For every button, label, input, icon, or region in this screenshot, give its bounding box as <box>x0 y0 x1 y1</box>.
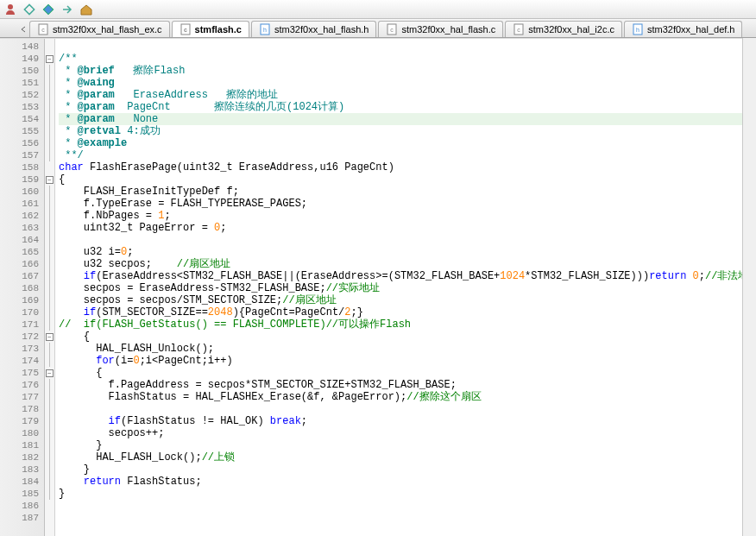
svg-rect-2 <box>43 4 53 14</box>
code-line[interactable]: { <box>59 173 756 186</box>
code-line[interactable]: * @param PageCnt 擦除连续的几页(1024计算) <box>59 101 756 113</box>
code-line[interactable]: * @brief 擦除Flash <box>59 65 756 77</box>
fold-cell <box>45 77 54 89</box>
line-number: 164 <box>0 234 44 246</box>
svg-text:h: h <box>263 27 267 33</box>
code-line[interactable]: HAL_FLASH_Lock();//上锁 <box>59 451 756 463</box>
line-number: 155 <box>0 125 44 137</box>
code-line[interactable]: for(i=0;i<PageCnt;i++) <box>59 355 756 367</box>
code-area[interactable]: /** * @brief 擦除Flash * @waing * @param E… <box>55 39 756 536</box>
code-editor[interactable]: 1481491501511521531541551561571581591601… <box>0 38 756 536</box>
code-line[interactable] <box>59 41 756 53</box>
code-line[interactable]: * @param None <box>59 113 756 125</box>
code-line[interactable]: } <box>59 463 756 476</box>
code-line[interactable]: } <box>59 488 756 500</box>
code-line[interactable]: return FlashStatus; <box>59 476 756 488</box>
svg-text:c: c <box>518 27 521 33</box>
code-line[interactable]: **/ <box>59 149 756 161</box>
tabbar: cstm32f0xx_hal_flash_ex.ccstmflash.chstm… <box>0 19 756 38</box>
code-line[interactable]: // if(FLASH_GetStatus() == FLASH_COMPLET… <box>59 318 756 331</box>
code-line[interactable]: * @param EraseAddress 擦除的地址 <box>59 89 756 101</box>
line-number: 174 <box>0 355 44 367</box>
tab-file-2[interactable]: hstm32f0xx_hal_flash.h <box>251 21 376 37</box>
code-line[interactable]: uint32_t PageError = 0; <box>59 222 756 234</box>
code-line[interactable]: * @retval 4:成功 <box>59 125 756 137</box>
line-number: 165 <box>0 246 44 258</box>
line-number: 171 <box>0 318 44 331</box>
line-number: 177 <box>0 391 44 403</box>
code-line[interactable]: u32 secpos; //扇区地址 <box>59 258 756 270</box>
line-number: 187 <box>0 512 44 524</box>
code-line[interactable]: * @example <box>59 137 756 149</box>
code-line[interactable]: { <box>59 331 756 343</box>
fold-toggle-icon[interactable]: − <box>46 176 54 184</box>
file-c-icon: c <box>37 23 49 35</box>
line-number: 181 <box>0 439 44 451</box>
code-line[interactable] <box>59 234 756 246</box>
arrow-icon[interactable] <box>60 3 74 16</box>
code-line[interactable]: u32 i=0; <box>59 246 756 258</box>
fold-toggle-icon[interactable]: − <box>46 333 54 341</box>
fold-toggle-icon[interactable]: − <box>46 369 54 377</box>
code-line[interactable]: HAL_FLASH_Unlock(); <box>59 343 756 355</box>
line-number: 185 <box>0 488 44 500</box>
line-number: 151 <box>0 77 44 89</box>
code-line[interactable]: FLASH_EraseInitTypeDef f; <box>59 186 756 198</box>
code-line[interactable]: f.NbPages = 1; <box>59 210 756 222</box>
code-line[interactable]: if(EraseAddress<STM32_FLASH_BASE||(Erase… <box>59 270 756 282</box>
fold-cell: − <box>45 173 54 186</box>
code-line[interactable]: secpos = secpos/STM_SECTOR_SIZE;//扇区地址 <box>59 294 756 306</box>
code-line[interactable] <box>59 512 756 524</box>
fold-cell <box>45 451 54 463</box>
line-number: 152 <box>0 89 44 101</box>
fold-cell <box>45 65 54 77</box>
file-c-icon: c <box>180 23 192 35</box>
code-line[interactable]: f.PageAddress = secpos*STM_SECTOR_SIZE+S… <box>59 379 756 391</box>
code-line[interactable]: * @waing <box>59 77 756 89</box>
tab-file-0[interactable]: cstm32f0xx_hal_flash_ex.c <box>29 21 170 37</box>
home-icon[interactable] <box>79 3 93 16</box>
fold-cell: − <box>45 53 54 65</box>
code-line[interactable]: if(FlashStatus != HAL_OK) break; <box>59 415 756 427</box>
tab-file-1[interactable]: cstmflash.c <box>172 21 249 37</box>
code-line[interactable]: } <box>59 439 756 451</box>
fold-column: −−−− <box>45 39 55 536</box>
code-line[interactable]: char FlashErasePage(uint32_t EraseAddres… <box>59 161 756 173</box>
line-number: 148 <box>0 41 44 53</box>
vertical-scrollbar[interactable] <box>742 38 756 536</box>
line-number: 161 <box>0 198 44 210</box>
code-line[interactable]: FlashStatus = HAL_FLASHEx_Erase(&f, &Pag… <box>59 391 756 403</box>
svg-point-0 <box>8 4 13 9</box>
tab-prev-icon[interactable] <box>17 22 29 37</box>
fold-cell <box>45 161 54 173</box>
code-line[interactable]: { <box>59 367 756 379</box>
line-number: 167 <box>0 270 44 282</box>
code-line[interactable] <box>59 403 756 415</box>
diamond-green-icon[interactable] <box>22 3 36 16</box>
line-number-gutter: 1481491501511521531541551561571581591601… <box>0 39 45 536</box>
person-icon[interactable] <box>3 3 17 16</box>
line-number: 182 <box>0 451 44 463</box>
tab-file-5[interactable]: hstm32f0xx_hal_def.h <box>624 21 743 37</box>
line-number: 159 <box>0 173 44 186</box>
file-h-icon: h <box>259 23 271 35</box>
diamond-blue-icon[interactable] <box>41 3 55 16</box>
code-line[interactable]: /** <box>59 53 756 65</box>
code-line[interactable] <box>59 500 756 512</box>
fold-cell <box>45 149 54 161</box>
fold-cell <box>45 403 54 415</box>
fold-cell <box>45 101 54 113</box>
line-number: 176 <box>0 379 44 391</box>
tab-file-4[interactable]: cstm32f0xx_hal_i2c.c <box>505 21 622 37</box>
code-line[interactable]: secpos++; <box>59 427 756 439</box>
line-number: 183 <box>0 463 44 476</box>
code-line[interactable]: if(STM_SECTOR_SIZE==2048){PageCnt=PageCn… <box>59 306 756 318</box>
code-line[interactable]: secpos = EraseAddress-STM32_FLASH_BASE;/… <box>59 282 756 294</box>
fold-toggle-icon[interactable]: − <box>46 55 54 63</box>
fold-cell <box>45 306 54 318</box>
line-number: 166 <box>0 258 44 270</box>
tab-file-3[interactable]: cstm32f0xx_hal_flash.c <box>378 21 503 37</box>
code-line[interactable]: f.TypeErase = FLASH_TYPEERASE_PAGES; <box>59 198 756 210</box>
tab-label: stm32f0xx_hal_i2c.c <box>528 24 614 35</box>
tab-label: stm32f0xx_hal_flash.c <box>401 24 495 35</box>
